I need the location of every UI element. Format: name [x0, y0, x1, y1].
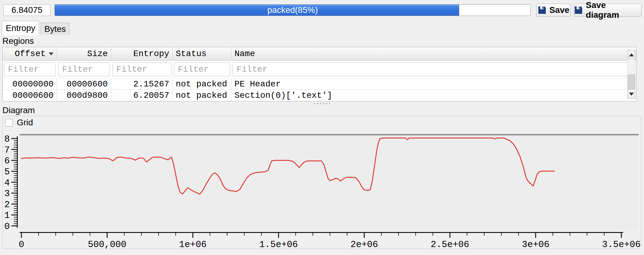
table-cell-entropy[interactable]: 2.15267 — [111, 78, 173, 90]
column-header-entropy[interactable]: Entropy — [111, 47, 173, 61]
diagram-title: Diagram — [2, 105, 35, 115]
packed-progress-bar: packed(85%) — [54, 4, 531, 16]
filter-cell — [231, 61, 636, 78]
splitter-handle[interactable] — [311, 102, 333, 105]
die-entropy-window: { "toolbar": { "entropy_value": "6.84075… — [0, 0, 644, 255]
diagram-groupbox: Grid — [2, 116, 641, 249]
grid-checkbox[interactable] — [5, 119, 13, 127]
table-cell-size[interactable]: 00000600 — [57, 78, 111, 90]
table-cell-status[interactable]: not packed — [173, 90, 231, 101]
save-diagram-button[interactable]: Save diagram — [574, 4, 642, 17]
column-header-status[interactable]: Status — [173, 47, 231, 61]
table-cell-name[interactable]: PE Header — [231, 78, 636, 90]
scrollbar-thumb[interactable] — [628, 74, 635, 89]
column-header-name[interactable]: Name — [231, 47, 636, 61]
save-diagram-button-label: Save diagram — [586, 0, 641, 20]
column-header-offset[interactable]: Offset — [3, 47, 57, 61]
table-cell-offset[interactable]: 00000000 — [3, 78, 57, 90]
regions-title: Regions — [2, 36, 34, 46]
save-button-label: Save — [549, 5, 569, 15]
column-header-label: Size — [87, 49, 108, 59]
table-cell-status[interactable]: not packed — [173, 78, 231, 90]
column-header-label: Status — [176, 49, 207, 59]
column-header-label: Entropy — [133, 49, 169, 59]
filter-input-status[interactable] — [174, 63, 230, 76]
filter-cell — [111, 61, 173, 78]
table-cell-name[interactable]: Section(0)['.text'] — [231, 90, 636, 101]
save-icon — [538, 6, 546, 14]
column-header-label: Name — [234, 49, 255, 59]
grid-checkbox-label: Grid — [17, 118, 33, 127]
tab-bar: Entropy Bytes — [2, 21, 69, 35]
progress-label: packed(85%) — [55, 5, 530, 16]
column-header-label: Offset — [15, 49, 46, 59]
arrow-down-icon — [629, 93, 634, 96]
table-scrollbar[interactable] — [627, 50, 635, 99]
tab-bytes[interactable]: Bytes — [41, 23, 69, 35]
scrollbar-up-button[interactable] — [628, 51, 635, 59]
filter-input-offset[interactable] — [4, 63, 56, 76]
filter-input-name[interactable] — [233, 63, 635, 76]
filter-cell — [57, 61, 111, 78]
filter-cell — [3, 61, 57, 78]
save-icon — [574, 6, 583, 14]
filter-input-size[interactable] — [58, 63, 110, 76]
table-cell-size[interactable]: 000d9800 — [57, 90, 111, 101]
filter-cell — [173, 61, 231, 78]
save-button[interactable]: Save — [536, 4, 571, 17]
regions-table: Offset Size Entropy Status Name 00000000… — [2, 47, 637, 101]
filter-input-entropy[interactable] — [112, 63, 171, 76]
sort-desc-icon — [49, 52, 54, 55]
tab-entropy[interactable]: Entropy — [2, 21, 39, 35]
column-header-size[interactable]: Size — [57, 47, 111, 61]
scrollbar-down-button[interactable] — [628, 90, 635, 98]
table-cell-offset[interactable]: 00000600 — [3, 90, 57, 101]
total-entropy-field[interactable]: 6.84075 — [3, 4, 51, 16]
table-cell-entropy[interactable]: 6.20057 — [111, 90, 173, 101]
arrow-up-icon — [629, 53, 634, 56]
